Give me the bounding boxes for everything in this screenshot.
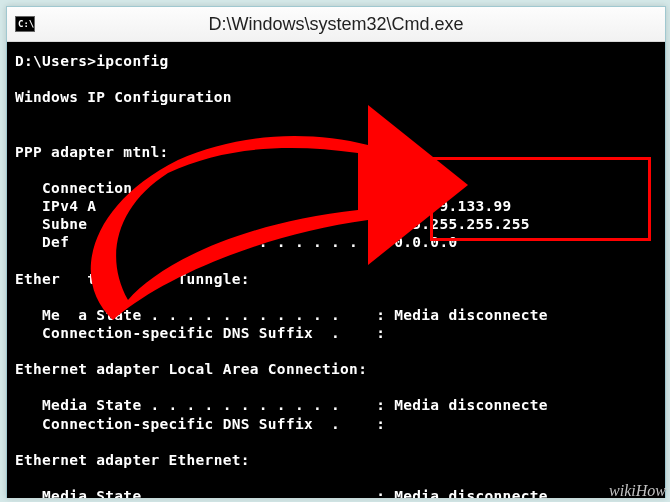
cmd-window: C:\ D:\Windows\system32\Cmd.exe D:\Users… (6, 6, 666, 498)
terminal-output[interactable]: D:\Users>ipconfig Windows IP Configurati… (7, 42, 665, 498)
cmd-icon-label: C:\ (18, 19, 34, 29)
titlebar[interactable]: C:\ D:\Windows\system32\Cmd.exe (7, 7, 665, 42)
watermark: wikiHow (609, 482, 666, 500)
cmd-icon: C:\ (15, 16, 35, 32)
window-title: D:\Windows\system32\Cmd.exe (208, 14, 463, 35)
